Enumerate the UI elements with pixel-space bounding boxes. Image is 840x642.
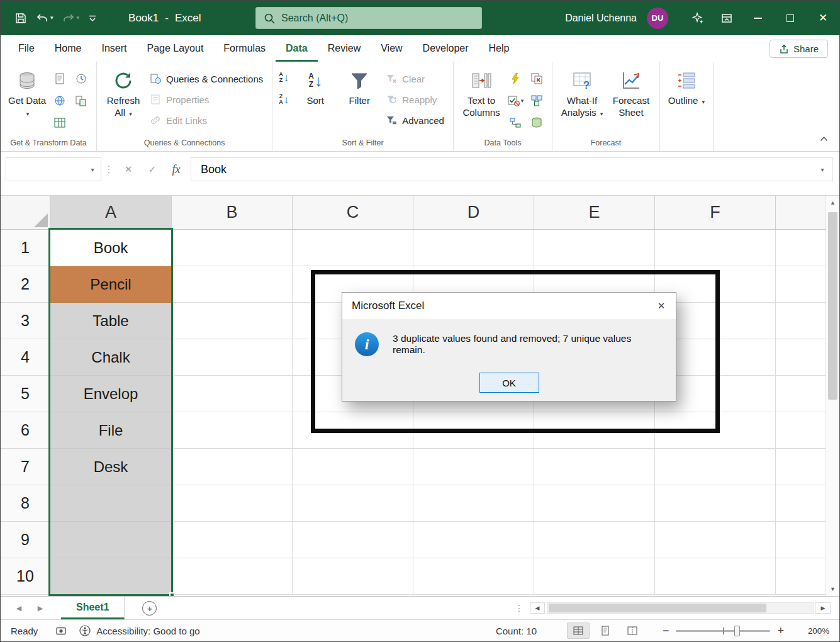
collapse-ribbon-button[interactable] — [817, 132, 831, 146]
macro-record-button[interactable] — [55, 625, 67, 636]
reapply-filter-button[interactable]: Reapply — [382, 90, 448, 109]
cell-A1[interactable]: Book — [50, 230, 172, 266]
cell-D8[interactable] — [413, 485, 534, 522]
name-box-dropdown-icon[interactable]: ▾ — [84, 166, 101, 173]
tab-help[interactable]: Help — [479, 35, 520, 62]
cell-F10[interactable] — [655, 558, 776, 595]
search-input[interactable] — [281, 13, 474, 24]
search-box[interactable] — [255, 7, 482, 29]
page-layout-view-button[interactable] — [594, 622, 617, 639]
cell-D1[interactable] — [413, 230, 534, 266]
column-header-E[interactable]: E — [534, 196, 655, 230]
tab-page-layout[interactable]: Page Layout — [137, 35, 213, 62]
dialog-title-bar[interactable]: Microsoft Excel ✕ — [342, 293, 676, 319]
sparkle-button[interactable] — [683, 1, 712, 35]
ok-button[interactable]: OK — [479, 373, 539, 393]
cell-A10[interactable] — [50, 558, 172, 595]
existing-connections-button[interactable] — [71, 90, 91, 111]
row-header-2[interactable]: 2 — [1, 266, 50, 303]
select-all-corner[interactable] — [1, 196, 50, 230]
next-sheet-icon[interactable]: ▶ — [30, 597, 51, 619]
ribbon-display-options-button[interactable] — [712, 1, 741, 35]
cell-B1[interactable] — [172, 230, 293, 266]
vertical-scrollbar[interactable]: ▲ ▼ — [826, 196, 839, 596]
remove-duplicates-button[interactable] — [527, 68, 547, 89]
cell-C6[interactable] — [293, 412, 413, 449]
cancel-button[interactable]: ✕ — [116, 157, 140, 181]
cell-F6[interactable] — [655, 412, 776, 449]
flash-fill-button[interactable] — [505, 68, 525, 89]
cell-B10[interactable] — [172, 558, 293, 595]
manage-data-model-button[interactable] — [527, 112, 547, 133]
cell-A9[interactable] — [50, 522, 172, 558]
outline-button[interactable]: Outline ▾ — [665, 65, 708, 107]
enter-button[interactable]: ✓ — [140, 157, 164, 181]
cell-E1[interactable] — [534, 230, 655, 266]
formula-bar-expand-icon[interactable]: ▾ — [812, 166, 832, 173]
user-name[interactable]: Daniel Uchenna — [565, 13, 637, 24]
undo-button[interactable]: ▾ — [32, 8, 57, 28]
consolidate-button[interactable] — [527, 90, 547, 111]
row-header-9[interactable]: 9 — [1, 522, 50, 558]
row-header-4[interactable]: 4 — [1, 339, 50, 376]
previous-sheet-icon[interactable]: ◀ — [8, 597, 30, 619]
row-header-1[interactable]: 1 — [1, 230, 50, 266]
sort-z-to-a-button[interactable]: ZA ↓ — [279, 94, 289, 106]
cell-D9[interactable] — [413, 522, 534, 558]
cell-B4[interactable] — [172, 339, 293, 376]
recent-sources-button[interactable] — [71, 68, 91, 89]
redo-button[interactable]: ▾ — [59, 8, 84, 28]
refresh-all-button[interactable]: Refresh All ▾ — [102, 65, 145, 119]
forecast-sheet-button[interactable]: Forecast Sheet — [608, 65, 654, 119]
sheet-tab-sheet1[interactable]: Sheet1 — [61, 597, 125, 619]
from-text-csv-button[interactable] — [50, 68, 70, 89]
cell-C1[interactable] — [293, 230, 413, 266]
properties-button[interactable]: Properties — [146, 90, 267, 109]
formula-bar-drag-handle[interactable]: ⋮ — [101, 157, 116, 175]
row-header-6[interactable]: 6 — [1, 412, 50, 449]
what-if-analysis-button[interactable]: ? What-If Analysis ▾ — [557, 65, 607, 119]
cell-E8[interactable] — [534, 485, 655, 522]
status-count[interactable]: Count: 10 — [496, 626, 537, 636]
save-button[interactable] — [11, 8, 31, 28]
cell-A7[interactable]: Desk — [50, 449, 172, 485]
cell-F9[interactable] — [655, 522, 776, 558]
zoom-out-button[interactable]: − — [663, 625, 669, 636]
cell-F8[interactable] — [655, 485, 776, 522]
normal-view-button[interactable] — [567, 622, 590, 639]
data-validation-button[interactable]: ▾ — [505, 90, 525, 111]
scroll-right-icon[interactable]: ▶ — [815, 602, 831, 614]
formula-input[interactable]: Book ▾ — [191, 157, 833, 181]
cell-C8[interactable] — [293, 485, 413, 522]
undo-dropdown-icon[interactable]: ▾ — [50, 15, 53, 21]
cell-F7[interactable] — [655, 449, 776, 485]
scroll-down-icon[interactable]: ▼ — [826, 582, 839, 596]
share-button[interactable]: Share — [770, 40, 828, 58]
insert-function-button[interactable]: fx — [164, 157, 188, 181]
row-header-3[interactable]: 3 — [1, 303, 50, 339]
cell-C10[interactable] — [293, 558, 413, 595]
cell-E9[interactable] — [534, 522, 655, 558]
zoom-slider-handle[interactable] — [734, 626, 740, 636]
minimize-button[interactable] — [741, 1, 774, 35]
tab-view[interactable]: View — [371, 35, 412, 62]
zoom-slider[interactable] — [676, 630, 770, 632]
maximize-button[interactable] — [774, 1, 807, 35]
cell-B7[interactable] — [172, 449, 293, 485]
cell-D7[interactable] — [413, 449, 534, 485]
add-sheet-button[interactable]: + — [142, 601, 157, 616]
row-header-10[interactable]: 10 — [1, 558, 50, 595]
tab-file[interactable]: File — [8, 35, 45, 62]
cell-B8[interactable] — [172, 485, 293, 522]
column-header-C[interactable]: C — [293, 196, 413, 230]
horizontal-scrollbar[interactable]: ◀ ▶ — [530, 597, 839, 619]
row-header-7[interactable]: 7 — [1, 449, 50, 485]
cell-B9[interactable] — [172, 522, 293, 558]
cell-D6[interactable] — [413, 412, 534, 449]
advanced-filter-button[interactable]: Advanced — [382, 111, 448, 130]
column-header-F[interactable]: F — [655, 196, 776, 230]
scroll-up-icon[interactable]: ▲ — [826, 196, 839, 210]
cell-E6[interactable] — [534, 412, 655, 449]
cell-D10[interactable] — [413, 558, 534, 595]
cell-B2[interactable] — [172, 266, 293, 303]
